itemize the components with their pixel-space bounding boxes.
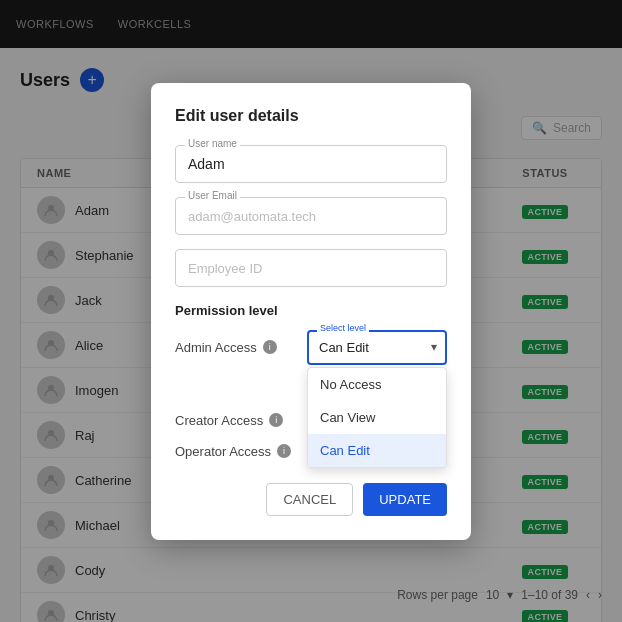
admin-access-row: Admin Access i Select level Can Edit ▾ N… [175, 330, 447, 365]
dropdown-can-edit[interactable]: Can Edit [308, 434, 446, 467]
username-field: User name [175, 145, 447, 183]
operator-info-icon[interactable]: i [277, 444, 291, 458]
permission-title: Permission level [175, 303, 447, 318]
permission-dropdown: No Access Can View Can Edit [307, 367, 447, 468]
email-field-wrapper: User Email [175, 197, 447, 235]
edit-user-modal: Edit user details User name User Email P… [151, 83, 471, 540]
username-label: User name [185, 138, 240, 149]
employee-id-field-wrapper [175, 249, 447, 287]
employee-id-input[interactable] [175, 249, 447, 287]
admin-info-icon[interactable]: i [263, 340, 277, 354]
modal-footer: CANCEL UPDATE [175, 483, 447, 516]
operator-access-label: Operator Access i [175, 444, 291, 459]
email-input[interactable] [175, 197, 447, 235]
dropdown-can-view[interactable]: Can View [308, 401, 446, 434]
dropdown-no-access[interactable]: No Access [308, 368, 446, 401]
username-input[interactable] [175, 145, 447, 183]
creator-info-icon[interactable]: i [269, 413, 283, 427]
modal-overlay: Edit user details User name User Email P… [0, 0, 622, 622]
email-label: User Email [185, 190, 240, 201]
select-level-label: Select level [317, 323, 369, 333]
update-button[interactable]: UPDATE [363, 483, 447, 516]
modal-title: Edit user details [175, 107, 447, 125]
creator-access-label: Creator Access i [175, 413, 283, 428]
select-box-container[interactable]: Can Edit ▾ No Access Can View Can Edit [307, 330, 447, 365]
selected-value-display[interactable]: Can Edit [307, 330, 447, 365]
admin-access-select-wrapper: Select level Can Edit ▾ No Access Can Vi… [307, 330, 447, 365]
cancel-button[interactable]: CANCEL [266, 483, 353, 516]
admin-access-label: Admin Access i [175, 340, 277, 355]
